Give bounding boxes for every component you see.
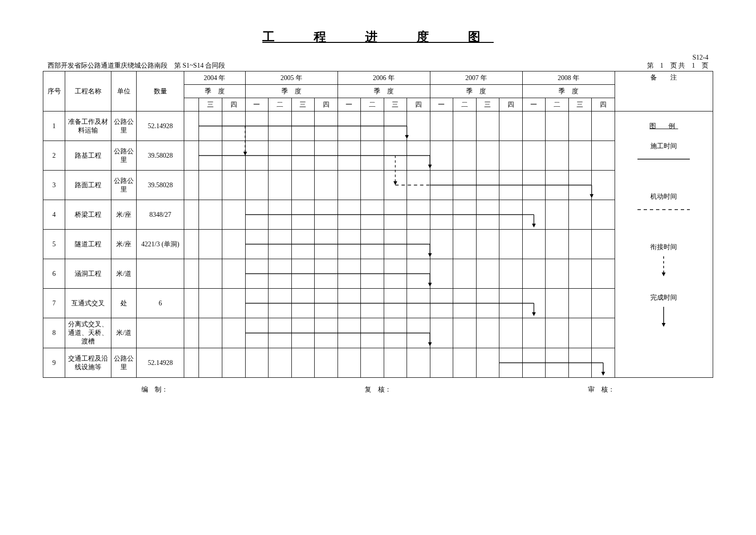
timeline-cell xyxy=(338,289,361,318)
q-2008-2: 二 xyxy=(546,98,569,111)
timeline-cell xyxy=(546,348,569,378)
q-2008-1: 一 xyxy=(522,98,546,111)
timeline-cell xyxy=(384,289,407,318)
q-2004-1: 三 xyxy=(199,98,222,111)
timeline-cell xyxy=(222,171,245,200)
timeline-cell xyxy=(269,111,292,141)
table-row: 4桥梁工程米/座8348/27 xyxy=(43,200,713,230)
timeline-cell xyxy=(453,141,477,171)
timeline-cell xyxy=(269,259,292,289)
timeline-cell xyxy=(546,259,569,289)
timeline-cell xyxy=(184,230,199,259)
timeline-cell xyxy=(269,171,292,200)
footer: 编 制： 复 核： 审 核： xyxy=(43,385,713,394)
timeline-cell xyxy=(199,230,222,259)
timeline-cell xyxy=(522,230,546,259)
timeline-cell xyxy=(476,111,499,141)
hd-notes: 备 注 xyxy=(615,71,713,111)
timeline-cell xyxy=(476,141,499,171)
timeline-cell xyxy=(222,259,245,289)
timeline-cell xyxy=(476,348,499,378)
q-2004-2: 四 xyxy=(222,98,245,111)
timeline-cell xyxy=(338,230,361,259)
timeline-cell xyxy=(522,200,546,230)
timeline-cell xyxy=(568,318,592,348)
timeline-cell xyxy=(222,318,245,348)
hd-year-2004: 2004 年 xyxy=(184,71,245,85)
timeline-cell xyxy=(476,171,499,200)
timeline-cell xyxy=(384,141,407,171)
timeline-cell xyxy=(269,289,292,318)
footer-author: 编 制： xyxy=(141,385,168,394)
timeline-cell xyxy=(568,259,592,289)
q-2006-4: 四 xyxy=(407,98,430,111)
timeline-cell xyxy=(222,230,245,259)
timeline-cell xyxy=(184,171,199,200)
timeline-cell xyxy=(592,171,615,200)
timeline-cell xyxy=(361,289,384,318)
q-2005-2: 二 xyxy=(269,98,292,111)
timeline-cell xyxy=(499,111,523,141)
hd-q-2008: 季 度 xyxy=(522,85,615,98)
timeline-cell xyxy=(338,348,361,378)
timeline-cell xyxy=(315,230,338,259)
legend-construction: 施工时间 xyxy=(616,142,712,151)
timeline-cell xyxy=(199,348,222,378)
timeline-cell xyxy=(245,111,269,141)
hd-q-2005: 季 度 xyxy=(245,85,338,98)
timeline-cell xyxy=(430,171,453,200)
table-row: 3路面工程公路公里39.58028 xyxy=(43,171,713,200)
timeline-cell xyxy=(222,141,245,171)
project-line: 西部开发省际公路通道重庆绕城公路南段 第 S1~S14 合同段 xyxy=(48,61,225,70)
page-title: 工 程 进 度 图 xyxy=(43,29,713,45)
timeline-cell xyxy=(592,348,615,378)
q-2007-4: 四 xyxy=(499,98,523,111)
q-2007-1: 一 xyxy=(430,98,453,111)
timeline-cell xyxy=(291,259,315,289)
timeline-cell xyxy=(453,200,477,230)
timeline-cell xyxy=(338,318,361,348)
timeline-cell xyxy=(361,318,384,348)
timeline-cell xyxy=(453,318,477,348)
timeline-cell xyxy=(384,200,407,230)
timeline-cell xyxy=(199,200,222,230)
timeline-cell xyxy=(199,318,222,348)
hd-qty: 数量 xyxy=(137,71,184,111)
timeline-cell xyxy=(522,318,546,348)
q-2008-3: 三 xyxy=(568,98,592,111)
timeline-cell xyxy=(338,171,361,200)
timeline-cell xyxy=(269,200,292,230)
timeline-cell xyxy=(245,259,269,289)
timeline-cell xyxy=(476,259,499,289)
timeline-cell xyxy=(338,200,361,230)
timeline-cell xyxy=(546,230,569,259)
timeline-cell xyxy=(361,348,384,378)
timeline-cell xyxy=(430,289,453,318)
timeline-cell xyxy=(184,348,199,378)
timeline-cell xyxy=(361,171,384,200)
hd-q-2006: 季 度 xyxy=(338,85,430,98)
timeline-cell xyxy=(199,289,222,318)
timeline-cell xyxy=(184,200,199,230)
timeline-cell xyxy=(430,259,453,289)
timeline-cell xyxy=(245,318,269,348)
timeline-cell xyxy=(568,111,592,141)
timeline-cell xyxy=(184,111,199,141)
timeline-cell xyxy=(269,318,292,348)
timeline-cell xyxy=(269,141,292,171)
timeline-cell xyxy=(430,230,453,259)
timeline-cell xyxy=(245,171,269,200)
timeline-cell xyxy=(407,230,430,259)
q-2007-3: 三 xyxy=(476,98,499,111)
timeline-cell xyxy=(568,289,592,318)
timeline-cell xyxy=(315,200,338,230)
timeline-cell xyxy=(291,171,315,200)
timeline-cell xyxy=(499,289,523,318)
timeline-cell xyxy=(291,141,315,171)
timeline-cell xyxy=(407,200,430,230)
timeline-cell xyxy=(592,111,615,141)
schedule-table: 序号 工程名称 单位 数量 2004 年 2005 年 2006 年 2007 … xyxy=(43,71,713,378)
timeline-cell xyxy=(592,230,615,259)
timeline-cell xyxy=(453,111,477,141)
q-2008-4: 四 xyxy=(592,98,615,111)
